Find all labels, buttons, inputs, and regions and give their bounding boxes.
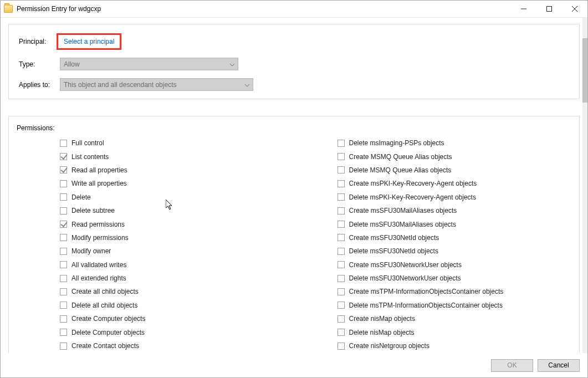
permission-item: List contents bbox=[60, 150, 294, 163]
principal-highlight: Select a principal bbox=[57, 33, 121, 50]
permissions-col-right: Delete msImaging-PSPs objectsCreate MSMQ… bbox=[294, 136, 572, 353]
permission-checkbox[interactable] bbox=[338, 315, 345, 323]
permission-item: Full control bbox=[60, 136, 294, 150]
permission-item: Delete msSFU30NetId objects bbox=[338, 244, 572, 258]
permission-checkbox[interactable] bbox=[60, 329, 67, 336]
permission-checkbox[interactable] bbox=[338, 288, 345, 295]
applies-label: Applies to: bbox=[19, 81, 60, 89]
permission-checkbox[interactable] bbox=[338, 343, 345, 350]
permission-checkbox[interactable] bbox=[338, 234, 345, 241]
permission-item: Delete MSMQ Queue Alias objects bbox=[338, 164, 572, 177]
dialog-footer: OK Cancel bbox=[1, 353, 587, 377]
select-principal-link[interactable]: Select a principal bbox=[64, 38, 114, 45]
permission-checkbox[interactable] bbox=[338, 166, 345, 173]
permission-checkbox[interactable] bbox=[60, 180, 67, 187]
permission-label: Delete nisMap objects bbox=[349, 329, 415, 336]
permission-item: Create msSFU30MailAliases objects bbox=[338, 204, 572, 217]
permission-checkbox[interactable] bbox=[60, 343, 67, 350]
permission-label: Delete Computer objects bbox=[71, 329, 145, 336]
permission-label: Delete msTPM-InformationObjectsContainer… bbox=[349, 302, 503, 309]
dialog-content: Principal: Select a principal Type: Allo… bbox=[1, 18, 587, 353]
permission-label: Delete msSFU30NetworkUser objects bbox=[349, 274, 461, 282]
permission-checkbox[interactable] bbox=[338, 221, 345, 228]
permission-item: Create nisNetgroup objects bbox=[338, 339, 572, 353]
permission-item: Delete all child objects bbox=[60, 299, 294, 312]
permission-checkbox[interactable] bbox=[338, 193, 345, 201]
permission-item: Delete subtree bbox=[60, 204, 294, 217]
window-controls bbox=[511, 1, 587, 17]
permission-checkbox[interactable] bbox=[338, 207, 345, 214]
permission-label: Modify permissions bbox=[71, 234, 129, 242]
permission-checkbox[interactable] bbox=[338, 329, 345, 336]
permission-checkbox[interactable] bbox=[60, 166, 67, 173]
permission-checkbox[interactable] bbox=[338, 180, 345, 187]
scrollbar-thumb[interactable] bbox=[582, 38, 587, 103]
ok-button[interactable]: OK bbox=[491, 359, 533, 372]
permission-label: Create msTPM-InformationObjectsContainer… bbox=[349, 288, 504, 295]
applies-value: This object and all descendant objects bbox=[64, 81, 176, 89]
permission-checkbox[interactable] bbox=[60, 193, 67, 201]
permission-item: Modify permissions bbox=[60, 231, 294, 244]
permission-item: Create MSMQ Queue Alias objects bbox=[338, 150, 572, 163]
permission-checkbox[interactable] bbox=[338, 261, 345, 268]
permission-item: Create Computer objects bbox=[60, 312, 294, 325]
permission-label: Delete MSMQ Queue Alias objects bbox=[349, 166, 452, 174]
permission-label: Modify owner bbox=[71, 247, 111, 255]
permission-checkbox[interactable] bbox=[338, 302, 345, 309]
permission-checkbox[interactable] bbox=[60, 275, 67, 282]
principal-label: Principal: bbox=[19, 38, 60, 45]
permission-label: Create MSMQ Queue Alias objects bbox=[349, 153, 452, 161]
permission-checkbox[interactable] bbox=[60, 288, 67, 295]
permission-label: Delete msSFU30NetId objects bbox=[349, 247, 438, 255]
permission-label: Delete msImaging-PSPs objects bbox=[349, 139, 444, 147]
permission-item: Create Contact objects bbox=[60, 339, 294, 353]
cancel-button[interactable]: Cancel bbox=[538, 359, 580, 372]
close-button[interactable] bbox=[562, 1, 587, 17]
permission-checkbox[interactable] bbox=[338, 275, 345, 282]
principal-section: Principal: Select a principal Type: Allo… bbox=[8, 24, 580, 99]
permission-checkbox[interactable] bbox=[60, 261, 67, 268]
permission-checkbox[interactable] bbox=[60, 302, 67, 309]
permission-label: All validated writes bbox=[71, 261, 126, 269]
permission-checkbox[interactable] bbox=[338, 140, 345, 147]
permission-checkbox[interactable] bbox=[60, 207, 67, 214]
permission-item: Read all properties bbox=[60, 164, 294, 177]
permission-item: Create msSFU30NetId objects bbox=[338, 231, 572, 244]
permission-item: All extended rights bbox=[60, 272, 294, 285]
permission-item: Delete msImaging-PSPs objects bbox=[338, 136, 572, 150]
permission-item: Create msTPM-InformationObjectsContainer… bbox=[338, 285, 572, 298]
applies-row: Applies to: This object and all descenda… bbox=[19, 78, 569, 91]
permission-item: Delete bbox=[60, 191, 294, 204]
permission-label: Create nisNetgroup objects bbox=[349, 342, 430, 350]
permissions-col-left: Full controlList contentsRead all proper… bbox=[17, 136, 294, 353]
maximize-button[interactable] bbox=[536, 1, 562, 17]
permission-checkbox[interactable] bbox=[60, 248, 67, 255]
permission-checkbox[interactable] bbox=[60, 221, 67, 228]
permission-checkbox[interactable] bbox=[60, 140, 67, 147]
chevron-down-icon bbox=[230, 60, 234, 68]
permission-item: Create all child objects bbox=[60, 285, 294, 298]
permission-checkbox[interactable] bbox=[60, 153, 67, 160]
permission-checkbox[interactable] bbox=[60, 234, 67, 241]
permission-label: Delete all child objects bbox=[71, 302, 137, 309]
applies-combobox[interactable]: This object and all descendant objects bbox=[60, 78, 253, 91]
type-combobox[interactable]: Allow bbox=[60, 58, 238, 70]
type-row: Type: Allow bbox=[19, 58, 569, 70]
permissions-section: Permissions: Full controlList contentsRe… bbox=[8, 116, 580, 355]
permission-item: Delete Computer objects bbox=[60, 325, 294, 339]
permission-checkbox[interactable] bbox=[338, 153, 345, 160]
permission-checkbox[interactable] bbox=[60, 315, 67, 323]
permission-item: All validated writes bbox=[60, 258, 294, 272]
titlebar: Permission Entry for wdgcxp bbox=[1, 1, 587, 18]
permission-checkbox[interactable] bbox=[338, 248, 345, 255]
permission-label: Create msSFU30MailAliases objects bbox=[349, 207, 457, 214]
minimize-button[interactable] bbox=[511, 1, 536, 17]
svg-rect-1 bbox=[547, 7, 552, 12]
permission-item: Write all properties bbox=[60, 177, 294, 190]
permission-item: Create msPKI-Key-Recovery-Agent objects bbox=[338, 177, 572, 190]
permission-item: Delete msSFU30NetworkUser objects bbox=[338, 272, 572, 285]
permission-label: Delete bbox=[71, 193, 91, 201]
permission-label: Create nisMap objects bbox=[349, 315, 415, 323]
permission-item: Delete msSFU30MailAliases objects bbox=[338, 217, 572, 231]
permission-item: Create msSFU30NetworkUser objects bbox=[338, 258, 572, 272]
